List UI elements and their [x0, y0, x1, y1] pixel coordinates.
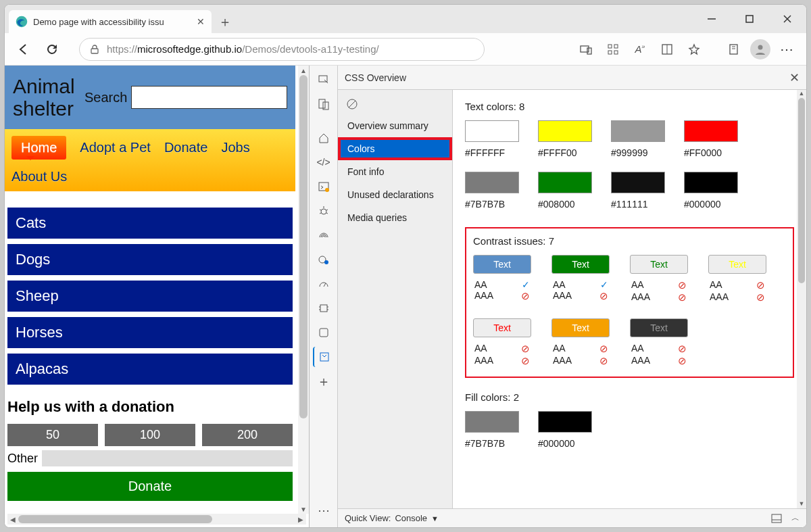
sidebar-item-overview[interactable]: Overview summary [338, 114, 452, 137]
svg-rect-37 [320, 329, 328, 337]
fill-colors-heading: Fill colors: 2 [465, 391, 794, 403]
css-overview-sidebar: Overview summary Colors Font info Unused… [338, 90, 453, 508]
network-icon[interactable] [313, 225, 335, 245]
debug-icon[interactable] [313, 201, 335, 221]
list-item[interactable]: Dogs [7, 244, 293, 275]
svg-rect-41 [772, 514, 781, 523]
contrast-item[interactable]: TextAA✓AAA⊘ [551, 255, 610, 304]
list-item[interactable]: Cats [7, 208, 293, 239]
svg-rect-11 [614, 51, 618, 54]
contrast-item[interactable]: TextAA✓AAA⊘ [473, 255, 531, 304]
chevron-down-icon[interactable]: ▼ [431, 514, 439, 523]
amount-button[interactable]: 50 [7, 424, 98, 446]
sidebar-item-font[interactable]: Font info [338, 160, 452, 183]
donation-heading: Help us with a donation [7, 398, 293, 416]
edge-icon [16, 16, 28, 28]
clear-icon[interactable] [341, 94, 364, 114]
contrast-item[interactable]: TextAA⊘AAA⊘ [551, 318, 610, 367]
close-devtools-icon[interactable]: ✕ [789, 70, 800, 85]
close-tab-icon[interactable]: ✕ [195, 16, 206, 27]
svg-rect-7 [587, 48, 591, 54]
sidebar-item-unused[interactable]: Unused declarations [338, 183, 452, 206]
rail-more-icon[interactable]: ⋯ [313, 500, 335, 521]
chevron-up-icon[interactable]: ︿ [791, 512, 800, 524]
page-vertical-scrollbar[interactable]: ▲▼ [298, 66, 309, 514]
plus-tool-icon[interactable]: ＋ [313, 371, 335, 391]
reader-icon[interactable] [655, 37, 679, 62]
nav-donate[interactable]: Donate [164, 140, 208, 155]
color-swatch[interactable]: #7B7B7B [465, 411, 519, 449]
color-swatch[interactable]: #FF0000 [684, 120, 738, 158]
nav-adopt[interactable]: Adopt a Pet [80, 140, 151, 155]
color-swatch[interactable]: #008000 [538, 172, 592, 210]
devtools-rail: </> ＋ ⋯ [310, 66, 338, 527]
text-size-icon[interactable]: A» [628, 37, 652, 62]
other-input[interactable] [42, 450, 293, 466]
svg-line-27 [320, 213, 321, 214]
nav-jobs[interactable]: Jobs [221, 140, 249, 155]
svg-rect-32 [320, 305, 327, 312]
dock-icon[interactable] [771, 514, 782, 523]
console-icon[interactable] [313, 176, 335, 197]
device-frame-icon[interactable] [574, 37, 598, 62]
search-input[interactable] [131, 86, 287, 109]
svg-point-23 [321, 209, 326, 214]
css-overview-icon[interactable] [313, 347, 335, 367]
elements-icon[interactable]: </> [313, 152, 335, 172]
browser-tab[interactable]: Demo page with accessibility issu ✕ [9, 10, 212, 33]
page-horizontal-scrollbar[interactable]: ◀▶ [7, 514, 306, 525]
nav-home[interactable]: Home [11, 136, 66, 160]
color-swatch[interactable]: #FFFF00 [538, 120, 592, 158]
sidebar-item-colors[interactable]: Colors [338, 137, 452, 160]
favorite-icon[interactable] [682, 37, 706, 62]
devtools-drawer: Quick View: Console ▼ ︿ [338, 508, 806, 527]
inspect-icon[interactable] [313, 70, 335, 90]
nav-about[interactable]: About Us [11, 169, 67, 185]
svg-line-26 [326, 210, 328, 210]
new-tab-button[interactable]: ＋ [212, 10, 239, 33]
devtools-header: CSS Overview ✕ [338, 66, 806, 90]
svg-point-17 [758, 45, 763, 49]
list-item[interactable]: Horses [7, 317, 293, 348]
profile-button[interactable] [748, 37, 772, 62]
contrast-issues-section: Contrast issues: 7 TextAA✓AAA⊘TextAA✓AAA… [465, 227, 794, 378]
minimize-button[interactable] [693, 5, 731, 33]
device-icon[interactable] [313, 94, 335, 114]
list-item[interactable]: Sheep [7, 281, 293, 312]
svg-line-31 [324, 283, 326, 287]
contrast-item[interactable]: TextAA⊘AAA⊘ [630, 318, 688, 367]
address-bar[interactable]: https://microsoftedge.github.io/Demos/de… [79, 38, 485, 61]
donate-button[interactable]: Donate [7, 472, 293, 501]
color-swatch[interactable]: #999999 [611, 120, 665, 158]
color-swatch[interactable]: #FFFFFF [465, 120, 519, 158]
svg-rect-14 [730, 45, 737, 54]
color-swatch[interactable]: #111111 [611, 172, 665, 210]
color-swatch[interactable]: #000000 [538, 411, 592, 449]
other-label: Other [7, 452, 38, 466]
color-swatch[interactable]: #000000 [684, 172, 738, 210]
contrast-item[interactable]: TextAA⊘AAA⊘ [473, 318, 531, 367]
collections-icon[interactable] [721, 37, 745, 62]
list-item[interactable]: Alpacas [7, 354, 293, 385]
memory-icon[interactable] [313, 298, 335, 318]
lighthouse-icon[interactable] [313, 249, 335, 270]
refresh-button[interactable] [40, 37, 64, 62]
back-button[interactable] [11, 37, 36, 62]
close-window-button[interactable] [768, 5, 806, 33]
application-icon[interactable] [313, 322, 335, 343]
tab-title: Demo page with accessibility issu [33, 17, 190, 27]
more-menu-icon[interactable]: ⋯ [775, 37, 800, 62]
page-header: Animal shelter Search [5, 66, 295, 129]
qr-icon[interactable] [601, 37, 625, 62]
sidebar-item-media[interactable]: Media queries [338, 206, 452, 229]
console-tab[interactable]: Console [395, 513, 427, 523]
home-icon[interactable] [313, 128, 335, 148]
performance-icon[interactable] [313, 274, 335, 294]
color-swatch[interactable]: #7B7B7B [465, 172, 519, 210]
amount-button[interactable]: 200 [202, 424, 293, 446]
devtools-scrollbar[interactable]: ▲▼ [797, 90, 806, 508]
maximize-button[interactable] [731, 5, 768, 33]
contrast-item[interactable]: TextAA⊘AAA⊘ [708, 255, 766, 304]
contrast-item[interactable]: TextAA⊘AAA⊘ [630, 255, 688, 304]
amount-button[interactable]: 100 [105, 424, 195, 446]
